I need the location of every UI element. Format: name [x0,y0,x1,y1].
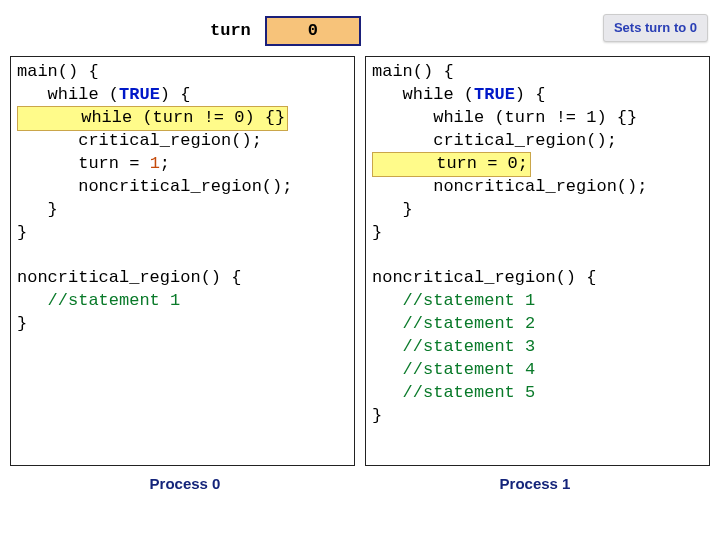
note-sets-turn: Sets turn to 0 [603,14,708,42]
caption-process-1: Process 1 [360,474,710,494]
caption-process-0: Process 0 [10,474,360,494]
turn-variable-label: turn [210,20,251,43]
turn-value-box: 0 [265,16,361,46]
process-0-code: main() { while (TRUE) { while (turn != 0… [17,61,348,336]
code-panels: main() { while (TRUE) { while (turn != 0… [0,56,720,466]
process-1-code: main() { while (TRUE) { while (turn != 1… [372,61,703,428]
p1-highlight-line: turn = 0; [372,152,531,177]
p0-highlight-line: while (turn != 0) {} [17,106,288,131]
header-row: turn 0 Sets turn to 0 [0,0,720,56]
caption-row: Process 0 Process 1 [0,466,720,494]
process-1-panel: main() { while (TRUE) { while (turn != 1… [365,56,710,466]
process-0-panel: main() { while (TRUE) { while (turn != 0… [10,56,355,466]
turn-value: 0 [308,20,318,43]
